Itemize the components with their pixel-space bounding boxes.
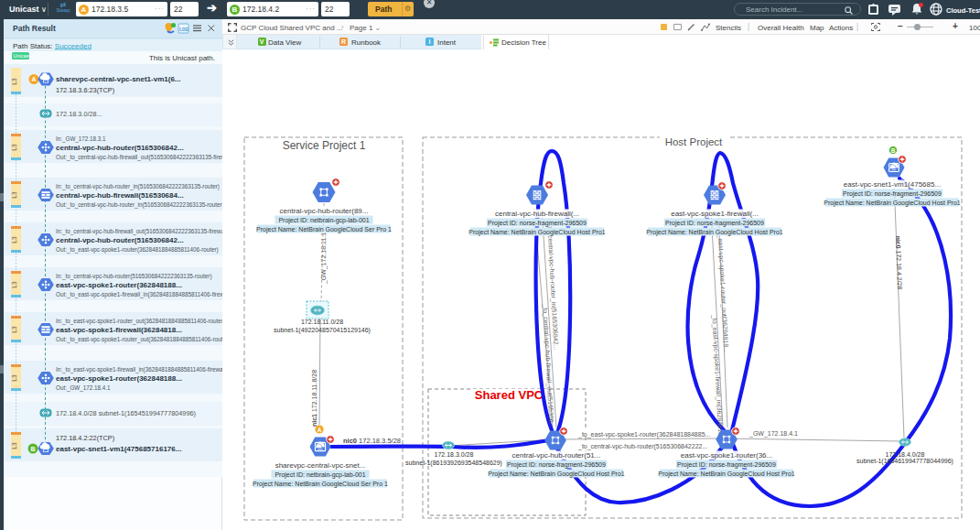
svg-text:Out:_to_central-vpc-hub-router: Out:_to_central-vpc-hub-router_in(516530… [56, 201, 222, 209]
svg-text:Project ID: norse-fragment-296: Project ID: norse-fragment-296509 [665, 220, 764, 227]
svg-text:_GW_172.18.11.1: _GW_172.18.11.1 [320, 233, 328, 285]
svg-text:172.18.3.6:23(TCP): 172.18.3.6:23(TCP) [56, 86, 114, 94]
svg-text:In:_GW_172.18.3.1: In:_GW_172.18.3.1 [56, 135, 106, 143]
svg-text:central-vpc-hub-firewall(...: central-vpc-hub-firewall(... [495, 210, 579, 218]
svg-text:A: A [31, 76, 36, 82]
svg-text:Project ID: norse-fragment-296: Project ID: norse-fragment-296509 [507, 461, 606, 469]
svg-text:Path Status: Succeeded: Path Status: Succeeded [13, 42, 92, 50]
svg-text:central-vpc-hub-router(5165306: central-vpc-hub-router(5165306842... [56, 144, 184, 152]
svg-text:subnet-1(4922048570415129146): subnet-1(4922048570415129146) [274, 327, 371, 334]
svg-text:L3: L3 [11, 374, 17, 382]
svg-text:172.18.3.0/28...: 172.18.3.0/28... [56, 110, 102, 118]
svg-text:central-vpc-hub-firewall(51653: central-vpc-hub-firewall(516530684... [56, 191, 184, 200]
svg-text:central-vpc-hub-router(5165306: central-vpc-hub-router(5165306842... [56, 236, 184, 244]
svg-text:Service Project 1: Service Project 1 [283, 139, 366, 152]
svg-text:L3: L3 [11, 78, 17, 85]
svg-text:Out:_GW_172.18.4.1: Out:_GW_172.18.4.1 [56, 384, 111, 392]
svg-text:Project Name: NetBrain GoogleC: Project Name: NetBrain GoogleCloud Ser P… [256, 226, 392, 233]
svg-text:subnet-1(8619392693548548629): subnet-1(8619392693548548629) [405, 460, 502, 467]
svg-text:east-vpc-spoke1-router(3628481: east-vpc-spoke1-router(362848188... [56, 374, 182, 383]
svg-text:In:_to_east-vpc-spoke1-router_: In:_to_east-vpc-spoke1-router_out(362848… [56, 318, 222, 325]
svg-text:LOG: LOG [179, 27, 188, 32]
svg-text:east-vpc-spoke1-firewall(...: east-vpc-spoke1-firewall(... [671, 210, 759, 218]
svg-text:Out:_to_east-vpc-spoke1-firewa: Out:_to_east-vpc-spoke1-firewall_in(3628… [56, 291, 222, 298]
svg-text:nic0 172.18.3.5/28: nic0 172.18.3.5/28 [343, 437, 401, 445]
svg-text:In:_to_central-vpc-hub-router_: In:_to_central-vpc-hub-router_in(5165306… [56, 183, 220, 190]
svg-text:Project Name: NetBrain GoogleC: Project Name: NetBrain GoogleCloud Host … [468, 229, 606, 236]
svg-text:nic0 172.18.4.2/28: nic0 172.18.4.2/28 [895, 235, 903, 289]
svg-text:Project Name: NetBrain GoogleC: Project Name: NetBrain GoogleCloud Host … [824, 200, 961, 207]
svg-text:A: A [318, 427, 322, 433]
svg-text:east-vpc-spoke1-router(3628481: east-vpc-spoke1-router(362848188... [56, 281, 182, 289]
svg-text:Path Result: Path Result [13, 24, 56, 33]
svg-text:east-vpc-snet1-vm1(47568571617: east-vpc-snet1-vm1(475685716176... [56, 445, 181, 453]
svg-text:B: B [891, 147, 896, 154]
svg-text:Project Name: NetBrain GoogleC: Project Name: NetBrain GoogleCloud Host … [646, 229, 783, 236]
svg-text:sharevpc-central-vpc-snet1-vm1: sharevpc-central-vpc-snet1-vm1(6... [56, 75, 181, 83]
svg-text:Project ID: netbrain-gcp-lab-0: Project ID: netbrain-gcp-lab-001 [278, 217, 369, 224]
svg-text:L3: L3 [11, 191, 17, 199]
svg-text:Out:_to_central-vpc-hub-firewa: Out:_to_central-vpc-hub-firewall_out(516… [56, 154, 222, 161]
svg-text:east-vpc-spoke1-router(36...: east-vpc-spoke1-router(36... [681, 451, 773, 460]
svg-text:In:_to_central-vpc-hub-firewal: In:_to_central-vpc-hub-firewall_out(5165… [56, 228, 222, 235]
svg-text:central-vpc-hub-router(51...: central-vpc-hub-router(51... [512, 451, 601, 460]
svg-text:Project ID: norse-fragment-296: Project ID: norse-fragment-296509 [677, 461, 776, 469]
svg-text:L3: L3 [11, 236, 17, 243]
svg-text:Shared VPC: Shared VPC [475, 388, 544, 402]
svg-text:172.18.4.0/28 subnet-1(1654519: 172.18.4.0/28 subnet-1(16545199477780499… [56, 409, 196, 417]
svg-text:central-vpc-hub-router(89...: central-vpc-hub-router(89... [280, 207, 369, 215]
svg-text:Project Name: NetBrain GoogleC: Project Name: NetBrain GoogleCloud Ser P… [253, 481, 388, 488]
svg-text:B: B [30, 446, 35, 452]
svg-text:east-vpc-spoke1-firewall(36284: east-vpc-spoke1-firewall(36284818... [56, 326, 182, 334]
svg-text:In:_to_central-vpc-hub-router(: In:_to_central-vpc-hub-router(5165306842… [56, 273, 211, 280]
svg-text:172.18.4.2:22(TCP): 172.18.4.2:22(TCP) [56, 434, 114, 442]
svg-text:L3: L3 [11, 442, 17, 449]
svg-text:_to_east-vpc-spoke1-router(362: _to_east-vpc-spoke1-router(3628481884885… [577, 431, 710, 438]
svg-text:_GW_172.18.4.1: _GW_172.18.4.1 [748, 430, 798, 438]
svg-text:sharevpc-central-vpc-snet...: sharevpc-central-vpc-snet... [275, 461, 366, 470]
svg-text:L3: L3 [11, 144, 17, 151]
svg-text:_to_central-vpc-hub-router(516: _to_central-vpc-hub-router(5165306842222… [577, 443, 707, 450]
svg-text:east-vpc-snet1-vm1(475685...: east-vpc-snet1-vm1(475685... [844, 180, 941, 189]
svg-text:Unicast: Unicast [14, 53, 31, 59]
svg-text:L3: L3 [11, 281, 17, 288]
svg-text:Host Project: Host Project [665, 136, 723, 147]
svg-text:Out:_to_east-vpc-spoke1-router: Out:_to_east-vpc-spoke1-router(362848188… [56, 246, 219, 254]
svg-text:subnet-1(1654619947778044996): subnet-1(1654619947778044996) [856, 458, 953, 465]
svg-text:Out:_to_east-vpc-spoke1-router: Out:_to_east-vpc-spoke1-router_out(36284… [56, 336, 222, 343]
svg-text:_to_east-vpc-spoke1-firewall_i: _to_east-vpc-spoke1-firewall_in(36284818… [710, 314, 724, 441]
svg-text:L3: L3 [11, 326, 17, 333]
svg-text:In:_to_east-vpc-spoke1-firewal: In:_to_east-vpc-spoke1-firewall_in(36284… [56, 366, 222, 373]
svg-text:Project ID: norse-fragment-296: Project ID: norse-fragment-296509 [843, 190, 942, 198]
svg-text:Project ID: norse-fragment-296: Project ID: norse-fragment-296509 [488, 220, 587, 227]
svg-text:172.18.11.0/28: 172.18.11.0/28 [301, 319, 343, 325]
svg-text:172.18.3.0/28: 172.18.3.0/28 [435, 451, 474, 458]
svg-text:nic1 172.18.11.8/28: nic1 172.18.11.8/28 [311, 370, 318, 427]
svg-text:Project ID: netbrain-gcp-lab-0: Project ID: netbrain-gcp-lab-001 [275, 471, 365, 479]
svg-text:Project Name: NetBrain GoogleC: Project Name: NetBrain GoogleCloud Host … [488, 471, 625, 478]
svg-text:This is Unicast path.: This is Unicast path. [149, 54, 215, 62]
svg-text:Project Name: NetBrain GoogleC: Project Name: NetBrain GoogleCloud Host … [658, 471, 795, 478]
